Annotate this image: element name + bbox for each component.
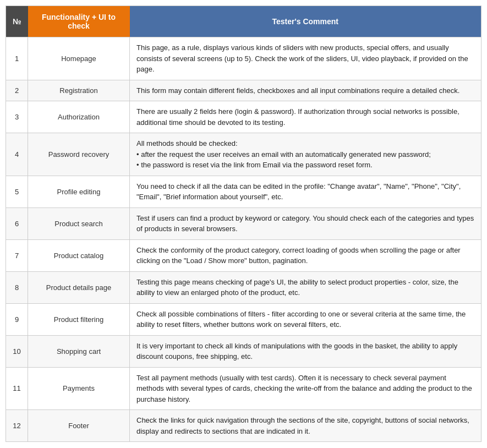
cell-num: 4 [6, 133, 28, 176]
table-row: 1HomepageThis page, as a rule, displays … [6, 37, 481, 80]
cell-func: Footer [28, 410, 130, 442]
cell-num: 12 [6, 410, 28, 442]
cell-num: 3 [6, 101, 28, 133]
table-row: 12FooterCheck the links for quick naviga… [6, 410, 481, 442]
cell-comment: There are usually 2 fields here (login &… [130, 101, 481, 133]
cell-comment: You need to check if all the data can be… [130, 176, 481, 207]
table-row: 7Product catalogCheck the conformity of … [6, 239, 481, 271]
cell-num: 7 [6, 239, 28, 271]
cell-comment: It is very important to check all kinds … [130, 335, 481, 367]
table-row: 9Product filteringCheck all possible com… [6, 303, 481, 335]
cell-num: 2 [6, 80, 28, 101]
table-row: 3AuthorizationThere are usually 2 fields… [6, 101, 481, 133]
cell-comment: Testing this page means checking of page… [130, 271, 481, 303]
cell-func: Registration [28, 80, 130, 101]
cell-func: Shopping cart [28, 335, 130, 367]
cell-num: 1 [6, 37, 28, 80]
cell-comment: This form may contain different fields, … [130, 80, 481, 101]
cell-comment: Check all possible combinations of filte… [130, 303, 481, 335]
cell-func: Product catalog [28, 239, 130, 271]
cell-num: 8 [6, 271, 28, 303]
cell-comment: Test if users can find a product by keyw… [130, 207, 481, 239]
cell-num: 6 [6, 207, 28, 239]
cell-func: Product filtering [28, 303, 130, 335]
cell-func: Authorization [28, 101, 130, 133]
cell-comment: This page, as a rule, displays various k… [130, 37, 481, 80]
cell-func: Profile editing [28, 176, 130, 207]
cell-num: 9 [6, 303, 28, 335]
cell-func: Homepage [28, 37, 130, 80]
table-row: 4Password recoveryAll methods should be … [6, 133, 481, 176]
cell-num: 11 [6, 367, 28, 410]
header-func: Functionality + UI to check [28, 6, 130, 37]
table-row: 5Profile editingYou need to check if all… [6, 176, 481, 207]
table-row: 2RegistrationThis form may contain diffe… [6, 80, 481, 101]
header-num: № [6, 6, 28, 37]
cell-num: 10 [6, 335, 28, 367]
cell-func: Product search [28, 207, 130, 239]
cell-comment: Test all payment methods (usually with t… [130, 367, 481, 410]
table-row: 6Product searchTest if users can find a … [6, 207, 481, 239]
main-table: № Functionality + UI to check Tester's C… [6, 6, 481, 442]
cell-comment: All methods should be checked:• after th… [130, 133, 481, 176]
table-row: 11PaymentsTest all payment methods (usua… [6, 367, 481, 410]
header-comment: Tester's Comment [130, 6, 481, 37]
cell-func: Product details page [28, 271, 130, 303]
cell-comment: Check the conformity of the product cate… [130, 239, 481, 271]
cell-num: 5 [6, 176, 28, 207]
cell-comment: Check the links for quick navigation thr… [130, 410, 481, 442]
cell-func: Password recovery [28, 133, 130, 176]
cell-func: Payments [28, 367, 130, 410]
table-row: 8Product details pageTesting this page m… [6, 271, 481, 303]
table-row: 10Shopping cartIt is very important to c… [6, 335, 481, 367]
